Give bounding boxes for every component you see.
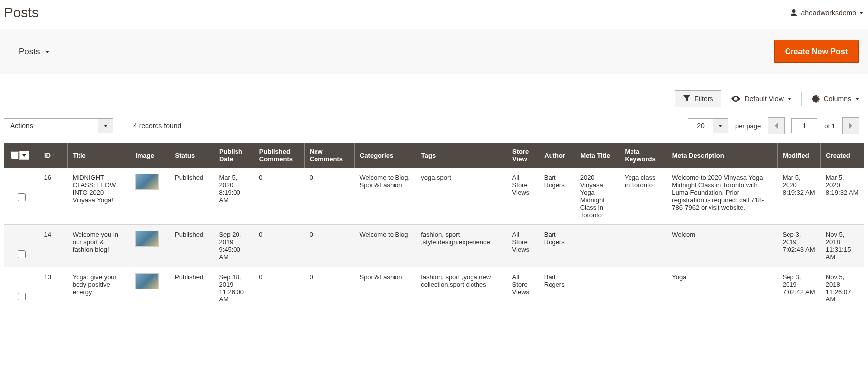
columns-label: Columns [824, 95, 851, 103]
chevron-down-icon [718, 125, 722, 127]
chevron-down-icon [788, 98, 791, 100]
chevron-right-icon [849, 123, 853, 129]
cell-meta-keywords [620, 225, 667, 267]
page-number-input[interactable]: 1 [791, 118, 817, 133]
cell-modified: Mar 5, 2020 8:19:32 AM [778, 168, 821, 225]
cell-meta-description: Yoga [667, 267, 777, 309]
page-of-label: of 1 [824, 122, 835, 130]
chevron-down-icon [859, 12, 863, 14]
col-id[interactable]: ID↑ [39, 143, 67, 168]
select-all-toggle[interactable] [19, 151, 29, 160]
divider [801, 92, 802, 106]
col-image[interactable]: Image [130, 143, 170, 168]
table-header-row: ID↑ Title Image Status Publish Date Publ… [4, 143, 864, 168]
filters-label: Filters [694, 95, 713, 103]
cell-meta-title: 2020 Vinyasa Yoga Midnight Class in Toro… [575, 168, 620, 225]
per-page-input[interactable]: 20 [688, 118, 713, 133]
per-page-toggle[interactable] [713, 118, 728, 133]
row-checkbox[interactable] [18, 293, 26, 300]
cell-created: Nov 5, 2018 11:31:15 AM [821, 225, 864, 267]
cell-publish-date: Mar 5, 2020 8:19:00 AM [214, 168, 254, 225]
cell-meta-keywords: Yoga class in Toronto [620, 168, 667, 225]
account-menu[interactable]: aheadworksdemo [790, 9, 863, 17]
col-categories[interactable]: Categories [354, 143, 416, 168]
cell-image [130, 267, 170, 309]
cell-id: 16 [39, 168, 67, 225]
funnel-icon [683, 95, 690, 102]
chevron-down-icon [855, 98, 859, 100]
row-checkbox-cell [4, 267, 39, 309]
chevron-down-icon [22, 154, 26, 157]
post-thumbnail [135, 273, 159, 289]
cell-created: Nov 5, 2018 11:26:07 AM [821, 267, 864, 309]
col-author[interactable]: Author [539, 143, 575, 168]
cell-modified: Sep 3, 2019 7:02:43 AM [778, 225, 821, 267]
col-meta-keywords[interactable]: Meta Keywords [620, 143, 667, 168]
cell-categories: Welcome to Blog, Sport&Fashion [354, 168, 416, 225]
cell-categories: Welcome to Blog [354, 225, 416, 267]
cell-title[interactable]: MIDNIGHT CLASS: FLOW INTO 2020 Vinyasa Y… [68, 168, 130, 225]
col-store-view[interactable]: Store View [507, 143, 539, 168]
per-page-label: per page [735, 122, 761, 130]
cell-modified: Sep 3, 2019 7:02:42 AM [778, 267, 821, 309]
col-published-comments[interactable]: Published Comments [254, 143, 304, 168]
cell-publish-date: Sep 18, 2019 11:26:00 AM [214, 267, 254, 309]
table-row[interactable]: 13 Yoga: give your body positive energy … [4, 267, 864, 309]
cell-meta-title [575, 267, 620, 309]
eye-icon [731, 96, 740, 102]
create-new-post-button[interactable]: Create New Post [774, 40, 859, 63]
table-row[interactable]: 16 MIDNIGHT CLASS: FLOW INTO 2020 Vinyas… [4, 168, 864, 225]
posts-dropdown-label: Posts [19, 47, 40, 57]
row-checkbox-cell [4, 225, 39, 267]
col-publish-date[interactable]: Publish Date [214, 143, 254, 168]
select-all-checkbox[interactable] [11, 151, 19, 159]
cell-title[interactable]: Yoga: give your body positive energy [68, 267, 130, 309]
cell-id: 14 [39, 225, 67, 267]
cell-meta-description: Welcom [667, 225, 777, 267]
table-row[interactable]: 14 Welcome you in our sport & fashion bl… [4, 225, 864, 267]
col-new-comments[interactable]: New Comments [304, 143, 354, 168]
cell-publish-date: Sep 20, 2019 9:45:00 AM [214, 225, 254, 267]
filters-button[interactable]: Filters [675, 90, 721, 107]
default-view-dropdown[interactable]: Default View [731, 95, 791, 103]
posts-dropdown[interactable]: Posts [9, 47, 49, 57]
posts-table: ID↑ Title Image Status Publish Date Publ… [4, 143, 864, 309]
cell-title[interactable]: Welcome you in our sport & fashion blog! [68, 225, 130, 267]
cell-new-comments: 0 [304, 225, 354, 267]
cell-author: Bart Rogers [539, 168, 575, 225]
cell-author: Bart Rogers [539, 225, 575, 267]
columns-dropdown[interactable]: Columns [812, 95, 859, 103]
cell-created: Mar 5, 2020 8:19:32 AM [821, 168, 864, 225]
user-icon [790, 9, 798, 17]
col-meta-title[interactable]: Meta Title [575, 143, 620, 168]
col-meta-description[interactable]: Meta Description [667, 143, 777, 168]
col-checkbox[interactable] [4, 143, 39, 168]
cell-categories: Sport&Fashion [354, 267, 416, 309]
row-checkbox[interactable] [18, 193, 26, 201]
chevron-left-icon [774, 123, 778, 129]
row-checkbox[interactable] [18, 250, 26, 258]
cell-status: Published [170, 225, 214, 267]
cell-author: Bart Rogers [539, 267, 575, 309]
cell-tags: yoga,sport [416, 168, 507, 225]
next-page-button[interactable] [842, 117, 859, 134]
col-title[interactable]: Title [68, 143, 130, 168]
post-thumbnail [135, 174, 159, 190]
col-created[interactable]: Created [821, 143, 864, 168]
cell-published-comments: 0 [254, 225, 304, 267]
cell-tags: fashion, sport ,style,design,experience [416, 225, 507, 267]
cell-store-view: All Store Views [507, 267, 539, 309]
cell-published-comments: 0 [254, 267, 304, 309]
page-title: Posts [4, 5, 39, 21]
cell-published-comments: 0 [254, 168, 304, 225]
actions-select-toggle[interactable] [98, 118, 113, 133]
chevron-down-icon [104, 125, 108, 127]
cell-meta-description: Welcome to 2020 Vinyasa Yoga Midnight Cl… [667, 168, 777, 225]
default-view-label: Default View [744, 95, 783, 103]
col-tags[interactable]: Tags [416, 143, 507, 168]
col-modified[interactable]: Modified [778, 143, 821, 168]
col-status[interactable]: Status [170, 143, 214, 168]
actions-select[interactable]: Actions [4, 118, 98, 133]
cell-store-view: All Store Views [507, 168, 539, 225]
prev-page-button[interactable] [768, 117, 785, 134]
